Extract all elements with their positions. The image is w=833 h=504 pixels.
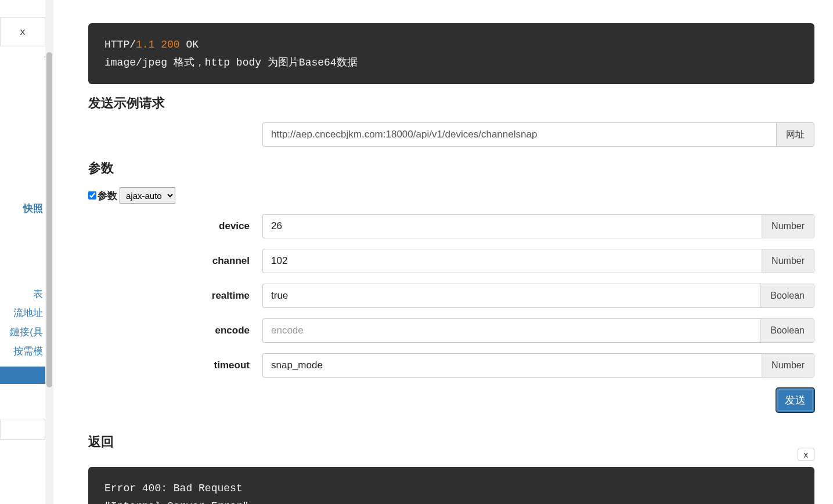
param-label-realtime: realtime [88, 290, 262, 302]
code-text: OK [180, 39, 199, 50]
param-type-encode: Boolean [760, 318, 814, 343]
sidebar-active-highlight [0, 367, 45, 384]
param-type-channel: Number [762, 249, 814, 273]
params-toggle-label[interactable]: 参数 [88, 189, 117, 202]
sidebar-empty-box [0, 419, 45, 440]
url-addon-label: 网址 [776, 122, 814, 147]
main-content: HTTP/1.1 200 OK image/jpeg 格式，http body … [53, 0, 833, 504]
param-row-device: device Number [88, 214, 814, 238]
heading-params: 参数 [88, 159, 814, 177]
sidebar-item-link[interactable]: 鏈接(具 [0, 323, 45, 342]
heading-response: 返回 [88, 433, 114, 451]
sidebar-item-snapshot[interactable]: 快照 [0, 197, 45, 221]
param-controls: 参数 ajax-auto [88, 187, 814, 204]
param-row-encode: encode Boolean [88, 318, 814, 343]
param-type-realtime: Boolean [760, 284, 814, 308]
param-type-device: Number [762, 214, 814, 238]
response-header-row: 返回 x [88, 426, 814, 461]
param-input-device[interactable] [262, 214, 762, 238]
params-mode-select[interactable]: ajax-auto [120, 187, 175, 204]
param-input-channel[interactable] [262, 249, 762, 273]
send-row: 发送 [88, 388, 814, 412]
param-type-timeout: Number [762, 353, 814, 378]
sidebar-item-ondemand[interactable]: 按需模 [0, 342, 45, 361]
code-text: image/jpeg 格式，http body 为图片Base64数据 [104, 57, 358, 68]
response-line: "Internal Server Error" [104, 501, 248, 504]
param-input-encode[interactable] [262, 318, 760, 343]
send-button[interactable]: 发送 [776, 388, 814, 412]
param-label-channel: channel [88, 255, 262, 267]
response-body: Error 400: Bad Request "Internal Server … [88, 467, 814, 504]
code-keyword: 1.1 200 [136, 39, 180, 50]
code-text: HTTP/ [104, 39, 136, 50]
heading-sample-request: 发送示例请求 [88, 95, 814, 112]
param-row-channel: channel Number [88, 249, 814, 273]
url-input-group: 网址 [262, 122, 814, 147]
sidebar-item-stream-address[interactable]: 流地址 [0, 304, 45, 323]
sidebar-close-box[interactable]: x [0, 17, 45, 46]
params-toggle-checkbox[interactable] [88, 191, 96, 200]
sidebar: x ▲ 快照 表 流地址 鏈接(具 按需模 [0, 0, 45, 504]
response-line: Error 400: Bad Request [104, 483, 243, 494]
param-label-timeout: timeout [88, 360, 262, 371]
param-label-encode: encode [88, 325, 262, 336]
params-toggle-text: 参数 [98, 189, 117, 202]
scrollbar-vertical[interactable] [45, 0, 53, 504]
url-input[interactable] [262, 122, 776, 147]
param-row-realtime: realtime Boolean [88, 284, 814, 308]
http-response-sample: HTTP/1.1 200 OK image/jpeg 格式，http body … [88, 23, 814, 84]
param-input-timeout[interactable] [262, 353, 762, 378]
response-close-button[interactable]: x [798, 448, 815, 461]
sidebar-item-table[interactable]: 表 [0, 285, 45, 304]
param-label-device: device [88, 220, 262, 232]
param-input-realtime[interactable] [262, 284, 760, 308]
scrollbar-thumb[interactable] [46, 52, 52, 387]
param-row-timeout: timeout Number [88, 353, 814, 378]
